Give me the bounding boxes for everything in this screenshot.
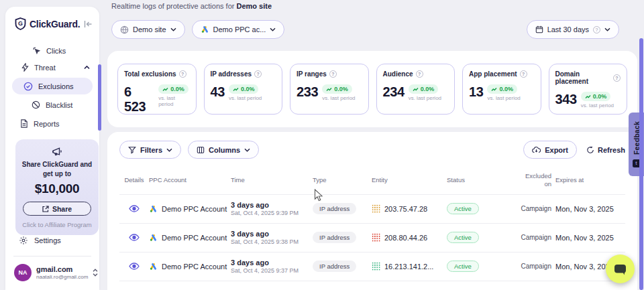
share-button[interactable]: Share (23, 202, 91, 216)
chat-bubble-icon (613, 263, 627, 276)
funnel-icon (128, 146, 136, 154)
logs-table-panel: Filters Columns Export (107, 132, 637, 290)
site-selector-dropdown[interactable]: Demo site (111, 20, 185, 39)
sidebar-item-clicks[interactable]: Clicks (5, 42, 99, 59)
sidebar-item-exclusions[interactable]: Exclusions (12, 78, 93, 94)
sidebar-scrollbar-thumb[interactable] (98, 64, 101, 131)
help-icon[interactable]: ? (520, 70, 527, 78)
stat-value: 6 523 (124, 84, 154, 114)
collapse-sidebar-icon[interactable] (84, 20, 93, 28)
export-label: Export (545, 146, 568, 154)
col-header-excluded-on[interactable]: Excluded on (507, 172, 555, 188)
stat-card-ip-addresses: IP addresses? 43 0.0% vs. last period (204, 64, 283, 115)
sidebar-item-threat[interactable]: Threat (5, 59, 99, 76)
globe-icon (120, 25, 129, 34)
promo-amount: $10,000 (20, 182, 94, 196)
ip-identicon (372, 204, 380, 213)
svg-text:G: G (18, 20, 23, 27)
delta-badge: 0.0% (322, 84, 352, 94)
sidebar-item-blacklist[interactable]: Blacklist (5, 96, 99, 113)
columns-label: Columns (209, 146, 240, 154)
delta-badge: 0.0% (409, 84, 439, 94)
stat-period: vs. last period (487, 95, 520, 101)
gear-icon (19, 236, 28, 245)
help-icon[interactable]: ? (179, 70, 186, 78)
table-row[interactable]: Demo PPC Account 3 days ago Sat, Oct 4, … (119, 223, 625, 252)
col-header-entity[interactable]: Entity (372, 176, 447, 184)
col-header-ppc-account[interactable]: PPC Account (149, 176, 231, 184)
ppc-selector-value: Demo PPC ac... (213, 25, 266, 33)
details-eye-icon[interactable] (119, 234, 149, 241)
stat-period: vs. last period (581, 102, 614, 108)
col-header-expires-at[interactable]: Expires at (555, 176, 625, 184)
stat-label: IP ranges (297, 70, 327, 78)
stat-card-total-exclusions: Total exclusions? 6 523 0.0% vs. last pe… (117, 64, 197, 115)
table-row[interactable]: Demo PPC Account 3 days ago Sat, Oct 4, … (119, 252, 625, 281)
time-cell: 3 days ago Sat, Oct 4, 2025 9:39 PM (231, 201, 313, 216)
export-button[interactable]: Export (523, 141, 577, 159)
stat-card-audience: Audience? 234 0.0% vs. last period (376, 64, 455, 115)
filters-label: Filters (140, 146, 162, 154)
chevron-down-icon (170, 27, 176, 31)
page-scrollbar-thumb[interactable] (639, 38, 643, 290)
settings-label: Settings (34, 236, 61, 244)
reports-icon (20, 119, 28, 128)
chat-launcher-button[interactable] (606, 255, 635, 283)
stat-label: Domain placement (555, 70, 611, 85)
chevron-up-down-icon (93, 269, 98, 277)
col-header-type[interactable]: Type (313, 176, 372, 184)
expires-at-cell: Mon, Nov 3, 2025 (555, 205, 625, 213)
help-icon[interactable]: ? (613, 74, 621, 82)
row-divider (119, 281, 625, 281)
status-cell: Active (447, 232, 507, 243)
table-row[interactable]: Demo PPC Account 3 days ago Sat, Oct 4, … (119, 194, 625, 223)
chevron-down-icon (270, 27, 276, 31)
ppc-account-selector-dropdown[interactable]: Demo PPC ac... (192, 20, 285, 39)
details-eye-icon[interactable] (119, 205, 149, 212)
excluded-on-cell: Campaign (507, 205, 555, 212)
stat-value: 43 (211, 84, 225, 99)
help-icon[interactable]: ? (254, 70, 262, 78)
excluded-on-cell: Campaign (507, 263, 555, 270)
ip-identicon (372, 233, 380, 242)
megaphone-icon (20, 147, 94, 157)
page-title-site: Demo site (236, 2, 272, 10)
stat-period: vs. last period (409, 95, 441, 101)
help-icon[interactable]: ? (329, 70, 337, 78)
filters-dropdown[interactable]: Filters (119, 141, 181, 159)
affiliate-link[interactable]: Click to Affiliate Program (20, 221, 94, 228)
col-header-time[interactable]: Time (231, 176, 313, 184)
details-eye-icon[interactable] (119, 263, 149, 270)
refresh-button[interactable]: Refresh (586, 146, 625, 154)
date-range-dropdown[interactable]: Last 30 days ? (527, 20, 619, 39)
sidebar-item-reports[interactable]: Reports (5, 115, 99, 132)
columns-icon (197, 146, 205, 154)
logo: G ClickGuard. (5, 7, 99, 37)
stat-card-app-placement: App placement? 13 0.0% vs. last period (462, 64, 541, 115)
col-header-status[interactable]: Status (447, 176, 507, 184)
google-ads-icon (149, 234, 158, 242)
clickguard-shield-icon: G (15, 17, 26, 30)
stat-value: 13 (469, 84, 483, 99)
user-account-menu[interactable]: NA gmail.com naatali.ro@gmail.com (14, 264, 93, 281)
help-icon[interactable]: ? (416, 70, 423, 78)
external-link-icon (42, 206, 49, 212)
site-selector-value: Demo site (133, 25, 166, 33)
col-header-details[interactable]: Details (119, 176, 149, 184)
delta-badge: 0.0% (581, 92, 611, 101)
refresh-icon (586, 146, 594, 154)
stats-panel: Total exclusions? 6 523 0.0% vs. last pe… (107, 51, 637, 127)
stat-card-domain-placement: Domain placement? 343 0.0% vs. last peri… (549, 64, 628, 115)
sidebar-item-label: Threat (34, 64, 56, 72)
columns-dropdown[interactable]: Columns (188, 141, 259, 159)
stat-value: 233 (297, 84, 318, 99)
stat-period: vs. last period (322, 95, 355, 101)
google-ads-icon (149, 263, 158, 271)
chevron-down-icon (244, 148, 250, 152)
excluded-on-cell: Campaign (507, 234, 555, 241)
promo-text-line1: Share ClickGuard and (20, 160, 94, 169)
sidebar-item-settings[interactable]: Settings (19, 236, 61, 245)
stat-period: vs. last period (229, 95, 262, 101)
ppc-account-cell: Demo PPC Account (149, 263, 231, 271)
chevron-down-icon (604, 27, 610, 31)
